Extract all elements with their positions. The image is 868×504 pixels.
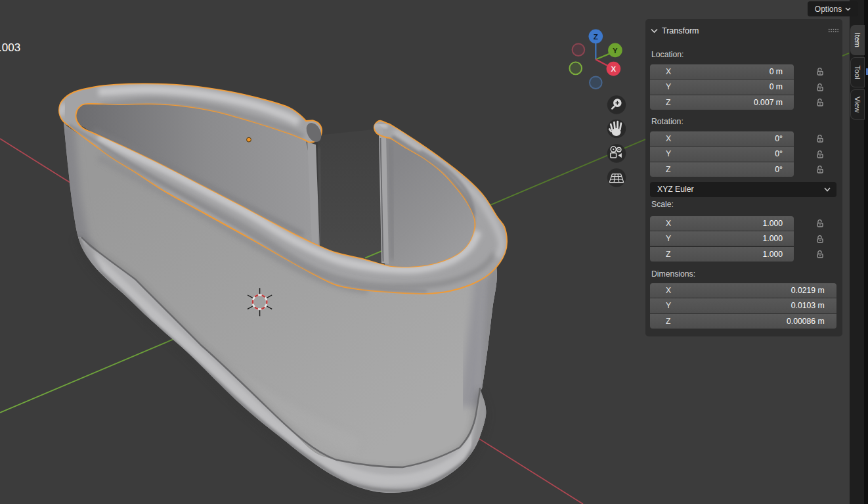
svg-text:Y: Y (613, 47, 618, 55)
svg-text:X: X (611, 65, 617, 73)
svg-text:Z: Z (594, 33, 598, 41)
